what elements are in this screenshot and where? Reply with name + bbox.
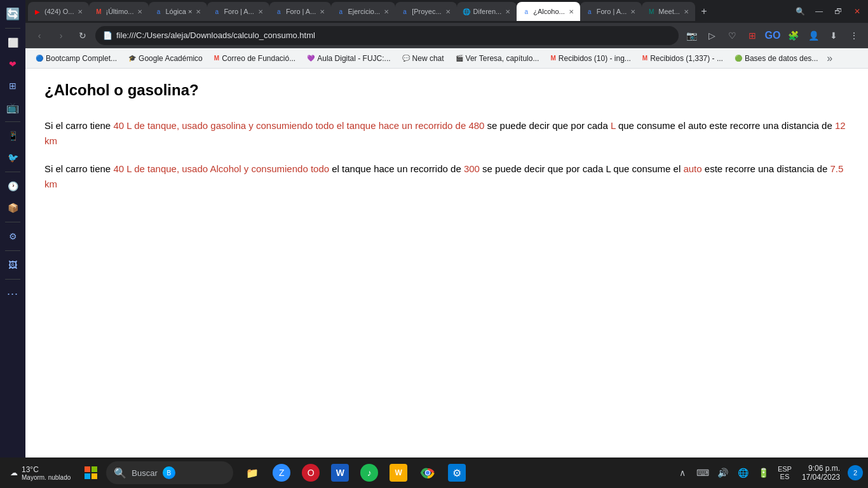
bookmarks-more-button[interactable]: » [824, 53, 835, 64]
tab-close-foro1[interactable]: ✕ [257, 7, 264, 17]
tab-foro1[interactable]: a Foro | A... ✕ [207, 2, 269, 21]
settings-icon[interactable]: ⚙ [4, 227, 22, 245]
favorites-button[interactable]: ♡ [723, 27, 741, 44]
search-tabs-button[interactable]: 🔍 [792, 3, 808, 20]
tab-close-ejercicio[interactable]: ✕ [383, 7, 390, 17]
bookmark-aula-label: Aula Digital - FUJC:... [317, 54, 390, 63]
close-window-button[interactable]: ✕ [849, 3, 865, 20]
tab-gmail1[interactable]: M ¡Último... ✕ [89, 2, 149, 21]
chrome-taskbar-app[interactable] [414, 459, 442, 487]
tab-close-logica[interactable]: ✕ [194, 7, 202, 17]
address-input[interactable]: 📄 file:///C:/Users/aleja/Downloads/calcu… [95, 26, 679, 45]
browser-chrome: ▶ (424) O... ✕ M ¡Último... ✕ a Lógica ×… [25, 0, 868, 69]
screenshot-button[interactable]: 📷 [682, 27, 700, 44]
bookmark-recibidos2-label: Recibidos (1,337) - ... [650, 54, 723, 63]
tab-ejercicio[interactable]: a Ejercicio... ✕ [331, 2, 395, 21]
tab-meet[interactable]: M Meet... ✕ [642, 2, 695, 21]
tab-diferencias[interactable]: 🌐 Diferen... ✕ [457, 2, 517, 21]
browser-app1[interactable]: ⊞ [743, 27, 761, 44]
whatsapp-icon[interactable]: 📱 [4, 127, 22, 145]
spotify-taskbar-app[interactable]: ♪ [355, 459, 383, 487]
tab-close-foro2[interactable]: ✕ [318, 7, 326, 17]
settings-taskbar-app[interactable]: ⚙ [443, 459, 471, 487]
bookmark-google-academico[interactable]: 🎓 Google Académico [123, 51, 208, 66]
bookmark-new-chat[interactable]: 💬 New chat [397, 51, 449, 66]
reload-button[interactable]: ↻ [74, 27, 92, 44]
forward-button[interactable]: › [52, 27, 70, 44]
extensions-button[interactable]: 🧩 [784, 27, 802, 44]
zoom-taskbar-app[interactable]: Z [268, 459, 295, 487]
logica-favicon: a [154, 7, 163, 16]
bootcamp-favicon: 🔵 [36, 55, 43, 62]
collections-icon[interactable]: ⊞ [4, 77, 22, 95]
address-text: file:///C:/Users/aleja/Downloads/calculo… [116, 30, 671, 40]
tab-close-diferencias[interactable]: ✕ [504, 7, 512, 17]
wix-taskbar-app[interactable]: W [384, 459, 412, 487]
tab-foro2[interactable]: a Foro | A... ✕ [269, 2, 332, 21]
bookmark-bases-datos[interactable]: 🟢 Bases de datos des... [729, 51, 823, 66]
favorites-icon[interactable]: ❤ [4, 55, 22, 73]
bookmark-teresa[interactable]: 🎬 Ver Teresa, capítulo... [451, 51, 545, 66]
tab-youtube[interactable]: ▶ (424) O... ✕ [28, 2, 89, 21]
more-icon[interactable]: ··· [4, 285, 22, 302]
tab-proyecto[interactable]: a [Proyec... ✕ [395, 2, 456, 21]
notification-badge[interactable]: 2 [848, 465, 863, 480]
tab-close-foro3[interactable]: ✕ [629, 7, 637, 17]
box-icon[interactable]: 📦 [4, 199, 22, 217]
weather-desc: Mayorm. nublado [22, 474, 71, 481]
history-icon[interactable]: 🕐 [4, 177, 22, 195]
foro1-favicon: a [212, 7, 221, 16]
tab-close-proyecto[interactable]: ✕ [444, 7, 452, 17]
tab-close-gmail1[interactable]: ✕ [136, 7, 144, 17]
account-button[interactable]: 👤 [804, 27, 822, 44]
zoom-icon: Z [273, 464, 290, 482]
battery-icon[interactable]: 🔋 [755, 464, 773, 482]
search-text: Buscar [132, 468, 157, 478]
tab-close-alcohol[interactable]: ✕ [567, 7, 575, 17]
bookmark-correo[interactable]: M Correo de Fundació... [209, 51, 301, 66]
spotify-icon: ♪ [360, 464, 378, 482]
volume-icon[interactable]: 🔊 [714, 464, 732, 482]
word-taskbar-app[interactable]: W [326, 459, 354, 487]
tab-alcohol[interactable]: a ¿Alcoho... ✕ [517, 2, 580, 21]
tab-close-meet[interactable]: ✕ [682, 7, 690, 17]
svg-rect-0 [85, 466, 90, 472]
opera-taskbar-app[interactable]: O [297, 459, 325, 487]
sidebar-logo-icon[interactable]: 🔄 [4, 5, 22, 23]
tab-logica[interactable]: a Lógica × ✕ [149, 2, 207, 21]
image-icon[interactable]: 🖼 [4, 256, 22, 274]
caret-up-icon[interactable]: ∧ [674, 464, 691, 482]
taskbar-search[interactable]: 🔍 Buscar B [106, 461, 233, 484]
share-button[interactable]: ▷ [703, 27, 721, 44]
twitch-icon[interactable]: 📺 [4, 98, 22, 116]
restore-button[interactable]: 🗗 [830, 3, 846, 20]
tabs-icon[interactable]: ⬜ [4, 34, 22, 51]
file-explorer-icon: 📁 [243, 464, 261, 482]
bookmark-aula-digital[interactable]: 💜 Aula Digital - FUJC:... [302, 51, 395, 66]
minimize-button[interactable]: — [811, 3, 827, 20]
start-button[interactable] [78, 460, 104, 485]
wix-icon: W [390, 464, 407, 482]
back-button[interactable]: ‹ [31, 27, 48, 44]
tab-foro3[interactable]: a Foro | A... ✕ [580, 2, 642, 21]
clock[interactable]: 9:06 p.m. 17/04/2023 [797, 464, 845, 482]
file-explorer-taskbar-app[interactable]: 📁 [238, 459, 266, 487]
alcohol-favicon: a [522, 7, 531, 16]
keyboard-icon[interactable]: ⌨ [694, 464, 712, 482]
download-button[interactable]: ⬇ [825, 27, 843, 44]
tab-close-youtube[interactable]: ✕ [76, 7, 84, 17]
bookmark-recibidos1[interactable]: M Recibidos (10) - ing... [545, 51, 635, 66]
new-tab-button[interactable]: + [695, 3, 713, 20]
network-icon[interactable]: 🌐 [735, 464, 752, 482]
language-indicator[interactable]: ESP ES [775, 465, 794, 480]
menu-button[interactable]: ⋮ [845, 27, 863, 44]
chrome-icon [419, 464, 437, 482]
twitter-icon[interactable]: 🐦 [4, 149, 22, 166]
system-tray: ∧ ⌨ 🔊 🌐 🔋 [674, 464, 773, 482]
tab-title-foro3: Foro | A... [597, 8, 627, 15]
go-button[interactable]: GO [764, 27, 782, 44]
bookmark-bootcamp[interactable]: 🔵 Bootcamp Complet... [31, 51, 122, 66]
p2-text3: se puede decir que por cada L que consum… [480, 163, 684, 174]
bookmark-recibidos2[interactable]: M Recibidos (1,337) - ... [637, 51, 728, 66]
bookmark-recibidos1-label: Recibidos (10) - ing... [559, 54, 631, 63]
